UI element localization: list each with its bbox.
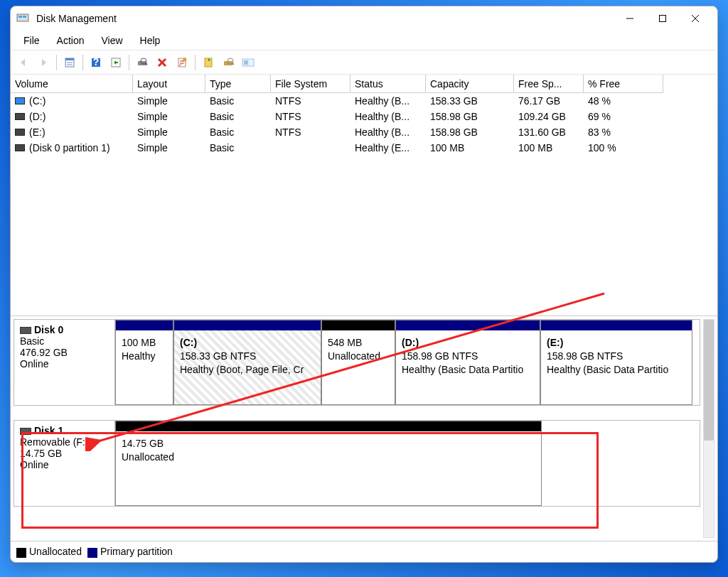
volume-name: (C:) bbox=[29, 95, 46, 107]
svg-rect-8 bbox=[65, 58, 74, 60]
properties-button[interactable] bbox=[173, 54, 191, 71]
partition[interactable]: (D:)158.98 GB NTFSHealthy (Basic Data Pa… bbox=[395, 320, 540, 405]
svg-point-20 bbox=[183, 58, 186, 61]
partition-bar bbox=[541, 320, 692, 330]
col-volume[interactable]: Volume bbox=[11, 75, 133, 93]
partition-line: Unallocated bbox=[122, 451, 535, 464]
disk-size: 14.75 GB bbox=[20, 448, 109, 459]
forward-button bbox=[35, 54, 52, 71]
col-free-space[interactable]: Free Sp... bbox=[514, 75, 584, 93]
disk-panel-scrollbar[interactable] bbox=[703, 319, 714, 538]
col-pct-free[interactable]: % Free bbox=[584, 75, 663, 93]
volume-row[interactable]: (C:)SimpleBasicNTFSHealthy (B...158.33 G… bbox=[11, 93, 717, 109]
rescan-disks-button[interactable] bbox=[134, 54, 151, 71]
disk-name: Disk 0 bbox=[34, 324, 63, 335]
partition-bar bbox=[322, 320, 395, 330]
volume-status: Healthy (B... bbox=[350, 124, 426, 140]
volume-filesystem: NTFS bbox=[271, 93, 350, 109]
scrollbar-thumb[interactable] bbox=[704, 320, 714, 441]
volume-row[interactable]: (D:)SimpleBasicNTFSHealthy (B...158.98 G… bbox=[11, 109, 717, 124]
titlebar[interactable]: Disk Management bbox=[11, 6, 717, 31]
partition-line: 158.98 GB NTFS bbox=[402, 350, 534, 363]
disk-row[interactable]: Disk 0Basic476.92 GBOnline100 MBHealthy(… bbox=[14, 319, 700, 406]
svg-rect-1 bbox=[18, 16, 22, 18]
legend-swatch-unallocated bbox=[16, 548, 26, 558]
volume-filesystem: NTFS bbox=[271, 124, 350, 140]
volume-capacity: 158.33 GB bbox=[426, 93, 514, 109]
partition-bar bbox=[116, 320, 173, 330]
partitions-container: 100 MBHealthy(C:)158.33 GB NTFSHealthy (… bbox=[115, 320, 700, 405]
volume-capacity: 158.98 GB bbox=[426, 109, 514, 124]
new-spanned-button[interactable] bbox=[200, 54, 217, 71]
disk-state: Online bbox=[20, 358, 109, 370]
partition-bar bbox=[396, 320, 540, 330]
minimize-button[interactable] bbox=[614, 8, 646, 29]
legend: Unallocated Primary partition bbox=[11, 541, 717, 562]
disk-state: Online bbox=[20, 459, 109, 470]
help-button[interactable]: ? bbox=[87, 54, 105, 71]
col-layout[interactable]: Layout bbox=[133, 75, 205, 93]
close-button[interactable] bbox=[679, 8, 712, 29]
partition-line: Unallocated bbox=[328, 350, 389, 363]
volume-pct-free: 48 % bbox=[584, 93, 663, 109]
partition[interactable]: 548 MBUnallocated bbox=[321, 320, 395, 405]
volume-name: (E:) bbox=[29, 126, 46, 138]
volume-list[interactable]: Volume Layout Type File System Status Ca… bbox=[11, 75, 717, 316]
partition-line: (D:) bbox=[402, 336, 534, 350]
delete-button[interactable] bbox=[154, 54, 171, 71]
toolbar: ? bbox=[11, 50, 717, 75]
settings-button[interactable] bbox=[220, 54, 237, 71]
partition-line: Healthy (Boot, Page File, Cr bbox=[180, 363, 315, 377]
drive-icon bbox=[15, 97, 25, 104]
col-capacity[interactable]: Capacity bbox=[426, 75, 514, 93]
legend-primary: Primary partition bbox=[100, 546, 173, 557]
volume-type: Basic bbox=[205, 124, 271, 140]
volume-row[interactable]: (E:)SimpleBasicNTFSHealthy (B...158.98 G… bbox=[11, 124, 717, 140]
partition[interactable]: 14.75 GBUnallocated bbox=[115, 421, 542, 506]
menu-file[interactable]: File bbox=[15, 32, 48, 49]
menu-help[interactable]: Help bbox=[132, 32, 169, 49]
disk-name: Disk 1 bbox=[34, 425, 63, 436]
volume-pct-free: 83 % bbox=[584, 124, 663, 140]
partition-line: 158.98 GB NTFS bbox=[547, 350, 686, 363]
volume-status: Healthy (B... bbox=[350, 109, 426, 124]
disk-graphical-view[interactable]: Disk 0Basic476.92 GBOnline100 MBHealthy(… bbox=[11, 316, 717, 541]
menu-action[interactable]: Action bbox=[48, 32, 93, 49]
partition[interactable]: 100 MBHealthy bbox=[115, 320, 173, 405]
col-type[interactable]: Type bbox=[205, 75, 271, 93]
maximize-button[interactable] bbox=[646, 8, 679, 29]
partition[interactable]: (C:)158.33 GB NTFSHealthy (Boot, Page Fi… bbox=[173, 320, 321, 405]
partition-line: (E:) bbox=[547, 336, 686, 350]
volume-filesystem: NTFS bbox=[271, 109, 350, 124]
svg-rect-2 bbox=[23, 16, 26, 18]
partitions-container: 14.75 GBUnallocated bbox=[115, 421, 700, 506]
volume-layout: Simple bbox=[133, 93, 205, 109]
volume-list-header: Volume Layout Type File System Status Ca… bbox=[11, 75, 717, 93]
volume-status: Healthy (E... bbox=[350, 140, 426, 156]
volume-type: Basic bbox=[205, 140, 271, 156]
show-hide-tree-button[interactable] bbox=[61, 54, 78, 71]
volume-capacity: 100 MB bbox=[426, 140, 514, 156]
volume-type: Basic bbox=[205, 93, 271, 109]
drive-icon bbox=[15, 113, 25, 120]
partition-line: (C:) bbox=[180, 336, 315, 350]
partition-line: 548 MB bbox=[328, 336, 389, 350]
volume-row[interactable]: (Disk 0 partition 1)SimpleBasicHealthy (… bbox=[11, 140, 717, 156]
partition-bar bbox=[174, 320, 321, 330]
partition-body: 548 MBUnallocated bbox=[322, 330, 395, 404]
volume-free: 76.17 GB bbox=[514, 93, 584, 109]
partition-line: 14.75 GB bbox=[122, 437, 535, 451]
col-filesystem[interactable]: File System bbox=[271, 75, 350, 93]
menu-view[interactable]: View bbox=[92, 32, 131, 49]
volume-pct-free: 69 % bbox=[584, 109, 663, 124]
refresh-button[interactable] bbox=[107, 54, 124, 71]
col-status[interactable]: Status bbox=[350, 75, 426, 93]
more-actions-button[interactable] bbox=[240, 54, 257, 71]
legend-swatch-primary bbox=[87, 548, 97, 558]
partition[interactable]: (E:)158.98 GB NTFSHealthy (Basic Data Pa… bbox=[540, 320, 692, 405]
partition-line: Healthy (Basic Data Partitio bbox=[547, 363, 686, 377]
back-button bbox=[15, 54, 32, 71]
partition-line: 158.33 GB NTFS bbox=[180, 350, 315, 363]
partition-line: Healthy bbox=[122, 350, 167, 363]
disk-row[interactable]: Disk 1Removable (F:)14.75 GBOnline14.75 … bbox=[14, 420, 700, 507]
